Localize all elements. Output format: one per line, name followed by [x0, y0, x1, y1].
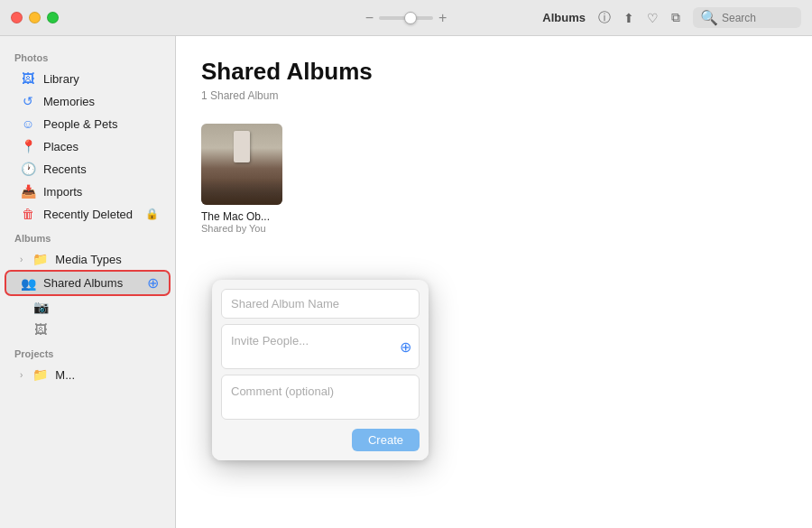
- people-pets-icon: ☺: [20, 116, 36, 131]
- recents-icon: 🕐: [20, 162, 36, 176]
- popup-footer: Create: [212, 420, 429, 460]
- library-icon: 🖼: [20, 71, 36, 86]
- shared-albums-icon: 👥: [20, 276, 36, 291]
- subalbum-icon-1: 📷: [32, 300, 49, 314]
- sidebar-item-imports[interactable]: 📥 Imports: [5, 181, 170, 202]
- sidebar-item-shared-albums-label: Shared Albums: [43, 276, 136, 290]
- sidebar-item-imports-label: Imports: [43, 185, 159, 199]
- main-content: Shared Albums 1 Shared Album The Mac Ob.…: [176, 36, 812, 528]
- album-name: The Mac Ob...: [201, 210, 282, 223]
- album-thumbnail-image: [201, 124, 282, 205]
- places-icon: 📍: [20, 139, 36, 153]
- zoom-controls[interactable]: − +: [365, 10, 448, 26]
- album-item-mac-ob[interactable]: The Mac Ob... Shared by You: [201, 124, 282, 234]
- sidebar-item-media-types[interactable]: › 📁 Media Types: [5, 248, 170, 270]
- sidebar-item-recently-deleted[interactable]: 🗑 Recently Deleted 🔒: [5, 203, 170, 225]
- sidebar-item-places[interactable]: 📍 Places: [5, 135, 170, 157]
- duplicate-icon[interactable]: ⧉: [671, 10, 680, 25]
- search-box[interactable]: 🔍: [693, 7, 801, 28]
- albums-section-label: Albums: [0, 226, 175, 247]
- sidebar-item-recents-label: Recents: [43, 162, 159, 176]
- sidebar-item-projects[interactable]: › 📁 M...: [5, 364, 170, 385]
- zoom-slider[interactable]: [379, 16, 433, 20]
- albums-grid: The Mac Ob... Shared by You: [201, 124, 787, 234]
- create-shared-album-dialog: Invite People... ⊕ Comment (optional) Cr…: [212, 280, 429, 460]
- media-types-icon: 📁: [32, 252, 48, 266]
- maximize-button[interactable]: [47, 12, 59, 23]
- traffic-lights: [11, 12, 59, 23]
- photos-section-label: Photos: [0, 45, 175, 67]
- share-icon[interactable]: ⬆: [623, 11, 634, 25]
- close-button[interactable]: [11, 12, 23, 23]
- page-title: Shared Albums: [201, 58, 787, 86]
- sidebar-subitem-2[interactable]: 🖼: [5, 319, 170, 340]
- comment-placeholder: Comment (optional): [231, 384, 334, 398]
- sidebar-item-people-pets-label: People & Pets: [43, 117, 159, 131]
- titlebar-right: Albums ⓘ ⬆ ♡ ⧉ 🔍: [542, 7, 801, 28]
- search-input[interactable]: [722, 12, 794, 24]
- sidebar-item-memories[interactable]: ↺ Memories: [5, 90, 170, 112]
- titlebar-title: Albums: [542, 11, 586, 24]
- sidebar-item-shared-albums[interactable]: 👥 Shared Albums ⊕: [5, 271, 170, 295]
- lock-icon: 🔒: [145, 208, 159, 220]
- create-button[interactable]: Create: [352, 429, 420, 451]
- info-icon[interactable]: ⓘ: [598, 10, 611, 26]
- invite-add-icon[interactable]: ⊕: [400, 338, 411, 356]
- sidebar-item-recents[interactable]: 🕐 Recents: [5, 158, 170, 180]
- sidebar-item-people-pets[interactable]: ☺ People & Pets: [5, 113, 170, 134]
- popup-overlay: Invite People... ⊕ Comment (optional) Cr…: [176, 36, 812, 528]
- search-icon: 🔍: [700, 9, 718, 26]
- popup-fields: Invite People... ⊕ Comment (optional): [212, 280, 429, 420]
- projects-icon: 📁: [32, 367, 48, 382]
- heart-icon[interactable]: ♡: [647, 11, 659, 25]
- sidebar-item-projects-label: M...: [55, 368, 159, 382]
- chevron-right-icon: ›: [20, 255, 23, 264]
- sidebar-subitem-1[interactable]: 📷: [5, 296, 170, 318]
- projects-chevron-icon: ›: [20, 370, 23, 380]
- recently-deleted-icon: 🗑: [20, 207, 36, 221]
- projects-section-label: Projects: [0, 341, 175, 363]
- sidebar-item-media-types-label: Media Types: [55, 253, 159, 266]
- minimize-button[interactable]: [29, 12, 41, 23]
- album-shared-by: Shared by You: [201, 223, 282, 234]
- sidebar-item-library[interactable]: 🖼 Library: [5, 68, 170, 89]
- zoom-thumb[interactable]: [404, 12, 417, 24]
- imports-icon: 📥: [20, 184, 36, 199]
- album-thumbnail: [201, 124, 282, 205]
- sidebar-item-places-label: Places: [43, 140, 159, 153]
- page-subtitle: 1 Shared Album: [201, 89, 787, 102]
- sidebar-item-memories-label: Memories: [43, 95, 159, 108]
- invite-placeholder: Invite People...: [231, 334, 309, 347]
- sidebar: Photos 🖼 Library ↺ Memories ☺ People & P…: [0, 36, 176, 528]
- titlebar: − + Albums ⓘ ⬆ ♡ ⧉ 🔍: [0, 0, 812, 36]
- invite-people-box[interactable]: Invite People... ⊕: [221, 324, 420, 369]
- sidebar-item-library-label: Library: [43, 72, 159, 86]
- comment-box[interactable]: Comment (optional): [221, 375, 420, 420]
- zoom-minus-icon[interactable]: −: [365, 10, 374, 26]
- sidebar-item-recently-deleted-label: Recently Deleted: [43, 208, 138, 221]
- memories-icon: ↺: [20, 94, 36, 108]
- shared-album-name-input[interactable]: [221, 289, 420, 319]
- zoom-plus-icon[interactable]: +: [438, 10, 447, 26]
- app-body: Photos 🖼 Library ↺ Memories ☺ People & P…: [0, 36, 812, 528]
- subalbum-icon-2: 🖼: [32, 322, 49, 337]
- add-shared-album-button[interactable]: ⊕: [147, 274, 159, 292]
